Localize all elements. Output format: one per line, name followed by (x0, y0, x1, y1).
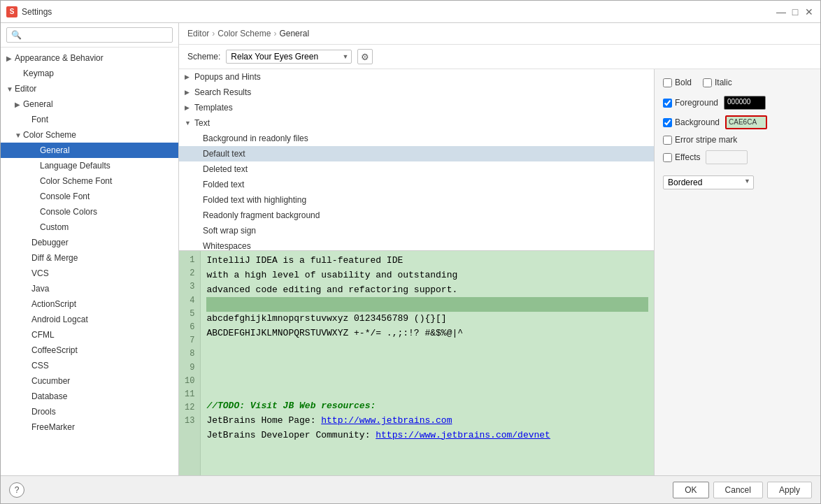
sidebar-item-label: Color Scheme Font (40, 176, 112, 186)
background-checkbox[interactable] (663, 118, 672, 127)
sidebar-item-label: General (23, 99, 53, 109)
line-num: 9 (185, 361, 194, 375)
background-label: Background (675, 117, 720, 127)
sidebar-item-java[interactable]: Java (1, 281, 178, 296)
sidebar-item-diff-merge[interactable]: Diff & Merge (1, 250, 178, 266)
italic-checkbox[interactable] (703, 78, 712, 87)
sidebar-item-label: Cucumber (31, 376, 70, 386)
minimize-button[interactable]: — (776, 6, 787, 17)
background-checkbox-label[interactable]: Background (663, 117, 720, 127)
line-num: 12 (185, 401, 194, 415)
cat-item-label: Whitespaces (203, 241, 251, 251)
sidebar-item-general[interactable]: ▶ General (1, 96, 178, 112)
breadcrumb-editor: Editor (187, 29, 209, 38)
background-color-swatch[interactable]: CAE6CA (725, 115, 767, 129)
sidebar-item-label: Database (31, 391, 67, 401)
code-line (206, 341, 648, 356)
maximize-button[interactable]: □ (790, 6, 801, 17)
sidebar-item-android-logcat[interactable]: Android Logcat (1, 312, 178, 327)
cat-item-readonly-fragment[interactable]: Readonly fragment background (179, 208, 654, 223)
foreground-color-swatch[interactable]: 000000 (724, 96, 766, 110)
sidebar-item-keymap[interactable]: Keymap (1, 66, 178, 81)
help-button[interactable]: ? (9, 482, 24, 498)
sidebar-item-freemarker[interactable]: FreeMarker (1, 419, 178, 435)
bold-checkbox-label[interactable]: Bold (663, 78, 692, 87)
options-panel: Bold Italic Foreground (655, 69, 820, 475)
sidebar-item-color-scheme-font[interactable]: Color Scheme Font (1, 173, 178, 189)
sidebar-item-label: Android Logcat (31, 315, 88, 324)
sidebar-item-general-selected[interactable]: General (1, 143, 178, 158)
sidebar-item-coffeescript[interactable]: CoffeeScript (1, 343, 178, 358)
sidebar: ▶ Appearance & Behavior Keymap ▼ Editor … (1, 23, 179, 475)
sidebar-item-database[interactable]: Database (1, 389, 178, 404)
cat-item-default-text[interactable]: Default text (179, 146, 654, 161)
sidebar-item-label: Java (31, 284, 49, 294)
line-num: 1 (185, 254, 194, 267)
breadcrumb-sep-2: › (273, 29, 276, 38)
effects-color-swatch[interactable] (706, 150, 748, 164)
sidebar-item-cucumber[interactable]: Cucumber (1, 373, 178, 389)
cat-arrow: ▼ (185, 120, 194, 127)
effects-checkbox[interactable] (663, 153, 672, 162)
line-num: 7 (185, 334, 194, 347)
search-input[interactable] (6, 27, 173, 43)
apply-button[interactable]: Apply (767, 482, 812, 498)
foreground-checkbox-label[interactable]: Foreground (663, 98, 718, 108)
sidebar-item-language-defaults[interactable]: Language Defaults (1, 158, 178, 173)
cat-item-folded-text[interactable]: Folded text (179, 177, 654, 192)
sidebar-item-css[interactable]: CSS (1, 358, 178, 373)
foreground-checkbox[interactable] (663, 99, 672, 108)
cat-item-soft-wrap[interactable]: Soft wrap sign (179, 223, 654, 238)
sidebar-item-label: Custom (40, 222, 69, 232)
italic-checkbox-label[interactable]: Italic (703, 78, 732, 87)
error-stripe-checkbox-label[interactable]: Error stripe mark (663, 135, 737, 145)
close-button[interactable]: ✕ (804, 6, 815, 17)
bordered-select[interactable]: Bordered Underscored Bold underscored Un… (663, 175, 754, 189)
sidebar-item-label: Console Colors (40, 207, 97, 217)
sidebar-item-label: CSS (31, 361, 49, 370)
cat-item-deleted-text[interactable]: Deleted text (179, 161, 654, 177)
code-preview: 1 2 3 4 5 6 7 8 9 10 11 (179, 251, 654, 475)
cat-item-search-results[interactable]: ▶ Search Results (179, 85, 654, 100)
cat-item-label: Background in readonly files (203, 134, 308, 143)
line-num: 5 (185, 308, 194, 321)
cat-item-folded-text-highlighting[interactable]: Folded text with highlighting (179, 192, 654, 208)
cat-item-whitespaces[interactable]: Whitespaces (179, 238, 654, 251)
cat-item-bg-readonly[interactable]: Background in readonly files (179, 131, 654, 146)
effects-label: Effects (675, 152, 700, 162)
settings-window: S Settings — □ ✕ ▶ Appearance & Behavior (0, 0, 821, 504)
code-line: ABCDEFGHIJKLMNOPQRSTUVWXYZ +-*/= .,;:!? … (206, 326, 648, 341)
sidebar-item-font[interactable]: Font (1, 112, 178, 127)
window-title: Settings (22, 7, 52, 17)
cat-item-popups-hints[interactable]: ▶ Popups and Hints (179, 69, 654, 85)
sidebar-item-custom[interactable]: Custom (1, 219, 178, 235)
sidebar-item-editor[interactable]: ▼ Editor (1, 81, 178, 96)
sidebar-item-appearance-behavior[interactable]: ▶ Appearance & Behavior (1, 50, 178, 66)
cancel-button[interactable]: Cancel (713, 482, 763, 498)
scheme-gear-button[interactable]: ⚙ (357, 49, 373, 64)
sidebar-item-vcs[interactable]: VCS (1, 266, 178, 281)
sidebar-item-debugger[interactable]: Debugger (1, 235, 178, 250)
cat-item-templates[interactable]: ▶ Templates (179, 100, 654, 115)
background-color-value: CAE6CA (727, 117, 766, 127)
sidebar-tree: ▶ Appearance & Behavior Keymap ▼ Editor … (1, 48, 178, 475)
sidebar-item-cfml[interactable]: CFML (1, 327, 178, 343)
cat-item-label: Default text (203, 149, 245, 159)
sidebar-item-actionscript[interactable]: ActionScript (1, 296, 178, 312)
bold-checkbox[interactable] (663, 78, 672, 87)
foreground-color-value: 000000 (724, 96, 765, 107)
category-tree: ▶ Popups and Hints ▶ Search Results ▶ Te… (179, 69, 654, 251)
sidebar-item-console-font[interactable]: Console Font (1, 189, 178, 204)
ok-button[interactable]: OK (673, 482, 708, 498)
app-icon: S (6, 6, 17, 17)
sidebar-item-console-colors[interactable]: Console Colors (1, 204, 178, 219)
effects-checkbox-label[interactable]: Effects (663, 152, 700, 162)
bordered-row: Bordered Underscored Bold underscored Un… (663, 173, 812, 189)
error-stripe-checkbox[interactable] (663, 136, 672, 145)
sidebar-item-drools[interactable]: Drools (1, 404, 178, 419)
sidebar-item-color-scheme[interactable]: ▼ Color Scheme (1, 127, 178, 143)
cat-item-text[interactable]: ▼ Text (179, 115, 654, 131)
scheme-select[interactable]: Relax Your Eyes Green Default Darcula Hi… (226, 50, 352, 64)
bold-italic-row: Bold Italic (663, 78, 812, 87)
breadcrumb-general: General (279, 29, 309, 38)
